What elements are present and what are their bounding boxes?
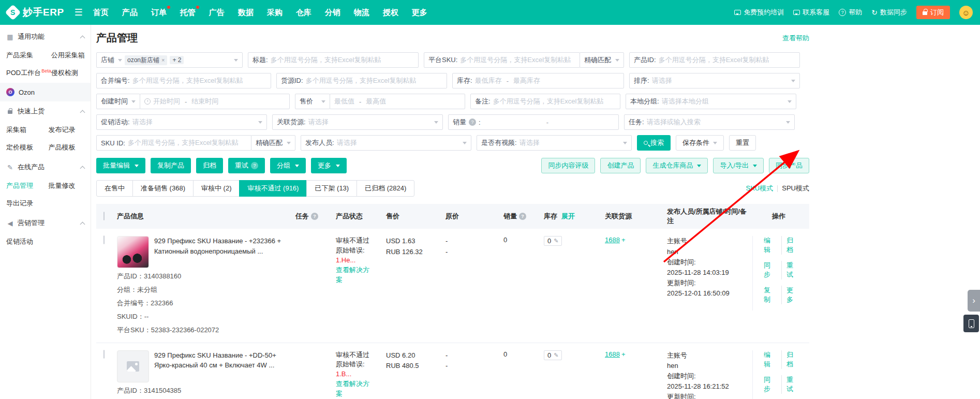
archive-action[interactable]: 归档 — [781, 350, 804, 369]
has-video-filter-select[interactable]: 是否有视频: 请选择 — [477, 135, 632, 151]
nav-distribution[interactable]: 分销 — [325, 8, 340, 18]
sync-action[interactable]: 同步 — [759, 261, 781, 279]
product-id-filter-input[interactable]: 产品ID: 多个用逗号分隔，支持Excel复制粘贴 — [629, 52, 800, 68]
sidebar-item-infringement-check[interactable]: 侵权检测 — [51, 64, 91, 82]
spu-mode-toggle[interactable]: SPU模式 — [782, 184, 809, 193]
search-button[interactable]: 搜索 — [637, 135, 671, 151]
shop-filter-select[interactable]: 店铺 ozon新店铺× + 2 — [96, 52, 243, 68]
product-thumbnail[interactable] — [117, 236, 149, 268]
shop-tag[interactable]: ozon新店铺× — [125, 55, 167, 65]
nav-purchase[interactable]: 采购 — [267, 8, 283, 18]
date-range-input[interactable]: 开始时间 - 结束时间 — [140, 94, 290, 109]
sidebar-item-collect-box[interactable]: 采集箱 — [6, 121, 49, 139]
tab-under-review[interactable]: 审核中 (2) — [193, 180, 240, 197]
select-all-checkbox[interactable] — [103, 212, 105, 220]
nav-authorization[interactable]: 授权 — [383, 8, 398, 18]
nav-orders[interactable]: 订单 — [151, 8, 167, 18]
stock-pill[interactable]: 0✎ — [544, 350, 562, 360]
edit-action[interactable]: 编辑 — [759, 236, 781, 255]
sidebar-group-common[interactable]: ▦ 通用功能 — [0, 27, 91, 47]
sidebar-item-batch-modify[interactable]: 批量修改 — [49, 177, 91, 195]
add-source-icon[interactable]: + — [621, 236, 626, 244]
sku-id-filter-input[interactable]: SKU ID: 多个用逗号分隔，支持Excel复制粘贴 — [96, 135, 251, 151]
local-group-filter-select[interactable]: 本地分组: 请选择本地分组 — [626, 94, 796, 109]
sidebar-group-marketing[interactable]: ◀ 营销管理 — [0, 213, 91, 233]
sidebar-item-public-collect-box[interactable]: 公用采集箱 — [51, 47, 91, 64]
user-avatar[interactable]: ☺ — [959, 6, 973, 19]
view-help-link[interactable]: 查看帮助 — [782, 34, 809, 43]
nav-hosting[interactable]: 托管 — [180, 8, 196, 18]
sidebar-item-product-collect[interactable]: 产品采集 — [6, 47, 51, 64]
related-source-filter-select[interactable]: 关联货源: 请选择 — [272, 114, 443, 130]
mobile-app-button[interactable] — [963, 315, 979, 332]
source-1688-link[interactable]: 1688 — [605, 350, 620, 358]
nav-warehouse[interactable]: 仓库 — [296, 8, 311, 18]
sidebar-item-product-template[interactable]: 产品模板 — [49, 139, 91, 156]
save-condition-button[interactable]: 保存条件 — [676, 135, 724, 151]
price-range-input[interactable]: 最低值 - 最高值 — [330, 94, 465, 109]
source-1688-link[interactable]: 1688 — [605, 236, 620, 244]
view-solution-link[interactable]: 查看解决方案 — [336, 379, 373, 399]
data-sync-link[interactable]: ↻数据同步 — [871, 8, 907, 17]
tab-delisted[interactable]: 已下架 (13) — [306, 180, 357, 197]
sidebar-item-product-management[interactable]: 产品管理 — [6, 177, 49, 195]
retry-button[interactable]: 重试? — [228, 158, 265, 173]
edit-icon[interactable]: ✎ — [554, 352, 558, 359]
nav-ads[interactable]: 广告 — [209, 8, 225, 18]
sync-product-button[interactable]: 同步产品 — [769, 158, 809, 173]
tab-archived[interactable]: 已归档 (2824) — [357, 180, 414, 197]
contact-service-link[interactable]: 联系客服 — [793, 8, 829, 17]
edit-action[interactable]: 编辑 — [759, 350, 781, 369]
side-panel-expand-button[interactable]: › — [968, 290, 980, 312]
price-type-select[interactable]: 售价 — [295, 94, 330, 109]
archive-button[interactable]: 归档 — [196, 158, 223, 173]
more-button[interactable]: 更多 — [311, 158, 347, 173]
archive-action[interactable]: 归档 — [781, 236, 804, 255]
sync-content-rating-button[interactable]: 同步内容评级 — [541, 158, 595, 173]
edit-icon[interactable]: ✎ — [554, 238, 558, 244]
add-source-icon[interactable]: + — [621, 350, 626, 358]
create-time-type-select[interactable]: 创建时间 — [96, 94, 140, 109]
product-title[interactable]: 929 Префикс SKU Название - +232366 + Кат… — [154, 236, 290, 268]
title-filter-input[interactable]: 标题: 多个用逗号分隔，支持Excel复制粘贴 — [248, 52, 419, 68]
nav-home[interactable]: 首页 — [93, 8, 109, 18]
stock-expand-link[interactable]: 展开 — [561, 212, 575, 221]
stock-pill[interactable]: 0✎ — [544, 236, 562, 246]
merge-no-filter-input[interactable]: 合并编号: 多个用逗号分隔，支持Excel复制粘贴 — [96, 73, 271, 88]
row-checkbox[interactable] — [103, 235, 105, 244]
sidebar-item-promotions[interactable]: 促销活动 — [6, 233, 49, 250]
reset-button[interactable]: 重置 — [729, 135, 756, 151]
row-checkbox[interactable] — [103, 350, 105, 359]
tab-review-rejected[interactable]: 审核不通过 (916) — [239, 180, 307, 197]
copy-action[interactable]: 复制 — [759, 286, 781, 304]
shop-tag-more[interactable]: + 2 — [170, 56, 184, 64]
import-export-button[interactable]: 导入/导出 — [713, 158, 764, 173]
tab-ready-to-sell[interactable]: 准备销售 (368) — [132, 180, 194, 197]
tag-close-icon[interactable]: × — [161, 57, 165, 63]
sidebar-group-quick-listing[interactable]: 快速上货 — [0, 101, 91, 121]
copy-product-button[interactable]: 复制产品 — [151, 158, 191, 173]
create-product-button[interactable]: 创建产品 — [600, 158, 641, 173]
platform-sku-filter-input[interactable]: 平台SKU: 多个用逗号分隔，支持Excel复制粘贴 — [424, 52, 580, 68]
nav-product[interactable]: 产品 — [122, 8, 138, 18]
sku-id-match-select[interactable]: 精确匹配 — [251, 135, 295, 151]
sidebar-item-ozon[interactable]: O Ozon — [0, 83, 91, 101]
stock-range-filter[interactable]: 库存: 最低库存 - 最高库存 — [452, 73, 624, 88]
source-id-filter-input[interactable]: 货源ID: 多个用逗号分隔，支持Excel复制粘贴 — [276, 73, 447, 88]
sidebar-item-export-record[interactable]: 导出记录 — [6, 195, 49, 212]
publisher-filter-select[interactable]: 发布人员: 请选择 — [301, 135, 471, 151]
sidebar-group-online-products[interactable]: ✎ 在线产品 — [0, 157, 91, 177]
sales-range-filter[interactable]: 销量 ? : - — [448, 114, 619, 130]
sku-mode-toggle[interactable]: SKU模式 — [746, 184, 774, 193]
help-link[interactable]: ?帮助 — [839, 8, 862, 17]
subscribe-button[interactable]: 订阅 — [916, 6, 950, 19]
free-training-link[interactable]: 免费预约培训 — [734, 8, 784, 17]
tab-on-sale[interactable]: 在售中 — [96, 180, 133, 197]
view-solution-link[interactable]: 查看解决方案 — [336, 265, 373, 285]
platform-sku-match-select[interactable]: 精确匹配 — [580, 52, 624, 68]
sidebar-item-pod-workbench[interactable]: POD工作台Beta — [6, 64, 51, 82]
sidebar-item-publish-record[interactable]: 发布记录 — [49, 121, 91, 139]
nav-more[interactable]: 更多 — [412, 8, 427, 18]
more-action[interactable]: 更多 — [781, 286, 804, 304]
generate-warehouse-button[interactable]: 生成仓库商品 — [646, 158, 708, 173]
